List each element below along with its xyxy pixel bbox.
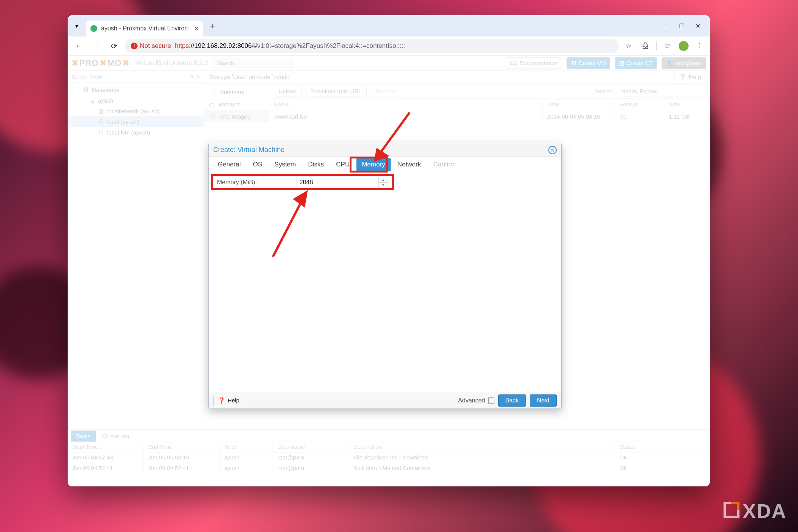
nav-reload-button[interactable]: ⟳ xyxy=(107,39,121,53)
subnav-iso-images[interactable]: 💿ISO Images xyxy=(204,110,269,122)
book-icon: 📖 xyxy=(510,60,517,66)
browser-tab[interactable]: ayush - Proxmox Virtual Environ ✕ xyxy=(86,21,203,36)
log-tab-tasks[interactable]: Tasks xyxy=(71,431,96,442)
browser-tabstrip: ▾ ayush - Proxmox Virtual Environ ✕ ＋ ─ … xyxy=(68,15,710,36)
tabs-dropdown-button[interactable]: ▾ xyxy=(71,20,83,32)
remove-button[interactable]: Remove xyxy=(370,86,402,97)
modal-tab-network[interactable]: Network xyxy=(392,158,426,171)
monitor-icon: 🖥 xyxy=(571,60,576,66)
nav-back-button[interactable]: ← xyxy=(72,39,86,53)
tree-node-ayush[interactable]: 🖥ayush xyxy=(68,95,204,106)
tree-local-storage[interactable]: ⛁local (ayush) xyxy=(68,116,204,127)
modal-titlebar[interactable]: Create: Virtual Machine ✕ xyxy=(209,143,561,157)
modal-tab-disks[interactable]: Disks xyxy=(303,158,329,171)
window-close-button[interactable]: ✕ xyxy=(694,22,701,30)
cube-icon: ▧ xyxy=(619,60,624,66)
download-url-button[interactable]: Download from URL xyxy=(306,86,367,97)
spinner-up-icon[interactable]: ▲ xyxy=(379,177,388,183)
gear-icon[interactable]: ⚙ xyxy=(195,73,200,80)
new-tab-button[interactable]: ＋ xyxy=(206,20,218,32)
spinner-down-icon[interactable]: ▼ xyxy=(379,183,388,188)
window-minimize-button[interactable]: ─ xyxy=(662,22,670,30)
pve-header: ✖PRO✖MO✖ Virtual Environment 8.2.2 📖Docu… xyxy=(68,55,710,71)
proxmox-logo: ✖PRO✖MO✖ xyxy=(71,58,130,68)
tree-localnetwork[interactable]: ▦localnetwork (ayush) xyxy=(68,106,204,116)
server-icon: 🗄 xyxy=(83,87,89,93)
address-bar: ← → ⟳ ! Not secure https://192.168.29.92… xyxy=(68,36,710,55)
summary-icon: 📄 xyxy=(209,89,216,95)
tab-title: ayush - Proxmox Virtual Environ xyxy=(101,25,188,32)
help-icon: ❓ xyxy=(679,73,686,81)
memory-input[interactable] xyxy=(296,177,379,188)
not-secure-icon: ! xyxy=(131,43,138,49)
iso-grid-row[interactable]: download.iso 2024-06-06 05:03:15 iso 1.1… xyxy=(269,111,710,123)
bookmark-star-icon[interactable]: ☆ xyxy=(623,40,634,52)
modal-close-button[interactable]: ✕ xyxy=(548,146,557,154)
modal-tab-memory[interactable]: Memory xyxy=(356,158,390,171)
modal-help-button[interactable]: ❓Help xyxy=(213,395,244,406)
tab-close-icon[interactable]: ✕ xyxy=(194,25,199,32)
modal-footer: ❓Help Advanced Back Next xyxy=(209,392,561,408)
url-text: https://192.168.29.92:8006/#v1:0:=storag… xyxy=(175,42,405,50)
browser-window: ▾ ayush - Proxmox Virtual Environ ✕ ＋ ─ … xyxy=(68,15,710,486)
extensions-icon[interactable] xyxy=(640,40,651,52)
window-maximize-button[interactable]: ☐ xyxy=(678,22,686,30)
browser-menu-icon[interactable]: ⋮ xyxy=(694,40,705,52)
security-label: Not secure xyxy=(140,42,171,50)
help-icon: ❓ xyxy=(218,397,225,404)
subnav-summary[interactable]: 📄Summary xyxy=(204,86,269,98)
tree-local-lvm[interactable]: ⛁local-lvm (ayush) xyxy=(68,127,204,138)
nav-forward-button[interactable]: → xyxy=(90,39,103,53)
pve-version: Virtual Environment 8.2.2 xyxy=(136,59,208,67)
task-log-panel: Tasks Cluster log Start Time ↓ End Time … xyxy=(68,429,710,486)
server-view-selector[interactable]: Server View ▾ ⚙ xyxy=(68,71,204,83)
subnav-backups[interactable]: 🗃Backups xyxy=(204,98,269,110)
iso-search-input[interactable] xyxy=(618,86,705,97)
create-ct-button[interactable]: ▧Create CT xyxy=(615,57,657,69)
disk-icon: ⛁ xyxy=(98,118,104,125)
documentation-button[interactable]: 📖Documentation xyxy=(506,57,562,69)
modal-tab-cpu[interactable]: CPU xyxy=(331,158,355,171)
window-controls: ─ ☐ ✕ xyxy=(662,22,707,30)
proxmox-app: ✖PRO✖MO✖ Virtual Environment 8.2.2 📖Docu… xyxy=(68,55,710,486)
user-menu-button[interactable]: 👤root@pam xyxy=(662,57,706,69)
modal-tab-general[interactable]: General xyxy=(212,158,246,171)
memory-spinner[interactable]: ▲ ▼ xyxy=(379,177,388,188)
security-chip[interactable]: ! Not secure xyxy=(131,42,171,50)
backup-icon: 🗃 xyxy=(209,101,215,108)
help-button[interactable]: ❓Help xyxy=(674,72,705,82)
url-omnibox[interactable]: ! Not secure https://192.168.29.92:8006/… xyxy=(125,39,619,53)
tree-datacenter[interactable]: 🗄Datacenter xyxy=(68,84,204,95)
advanced-checkbox[interactable] xyxy=(488,397,494,404)
profile-avatar[interactable] xyxy=(679,41,689,51)
log-row[interactable]: Jun 06 04:57:43 Jun 06 05:03:15 ayush ro… xyxy=(68,453,710,463)
modal-title-text: Create: Virtual Machine xyxy=(213,146,285,154)
next-button[interactable]: Next xyxy=(530,394,557,407)
resource-tree: 🗄Datacenter 🖥ayush ▦localnetwork (ayush)… xyxy=(68,83,204,139)
memory-field-row: Memory (MiB): ▲ ▼ xyxy=(213,177,388,188)
disc-icon: 💿 xyxy=(209,113,216,120)
modal-tab-confirm[interactable]: Confirm xyxy=(428,158,461,171)
pve-sidebar: Server View ▾ ⚙ 🗄Datacenter 🖥ayush ▦loca… xyxy=(68,71,204,429)
log-tab-cluster[interactable]: Cluster log xyxy=(97,431,135,442)
back-button[interactable]: Back xyxy=(498,394,526,407)
iso-toolbar: Upload Download from URL Remove Search: xyxy=(269,84,710,99)
upload-button[interactable]: Upload xyxy=(274,86,302,97)
search-label: Search: xyxy=(594,88,614,94)
tab-favicon xyxy=(90,25,97,32)
create-vm-button[interactable]: 🖥Create VM xyxy=(567,57,610,69)
breadcrumb: Storage 'local' on node 'ayush' ❓Help xyxy=(204,71,710,84)
create-vm-modal: Create: Virtual Machine ✕ General OS Sys… xyxy=(208,143,562,409)
disk-icon: ⛁ xyxy=(98,129,104,136)
network-icon: ▦ xyxy=(98,108,104,114)
log-row[interactable]: Jun 06 04:52:41 Jun 06 04:52:41 ayush ro… xyxy=(68,463,710,474)
pve-global-search[interactable] xyxy=(213,58,293,68)
user-icon: 👤 xyxy=(666,60,673,66)
xda-watermark: XDA xyxy=(724,500,787,522)
modal-tabs: General OS System Disks CPU Memory Netwo… xyxy=(209,157,561,172)
iso-grid-header: Name Date Format Size xyxy=(269,99,710,111)
advanced-toggle[interactable]: Advanced xyxy=(458,397,494,404)
media-control-icon[interactable] xyxy=(662,40,673,52)
modal-tab-system[interactable]: System xyxy=(269,158,301,171)
modal-tab-os[interactable]: OS xyxy=(247,158,268,171)
